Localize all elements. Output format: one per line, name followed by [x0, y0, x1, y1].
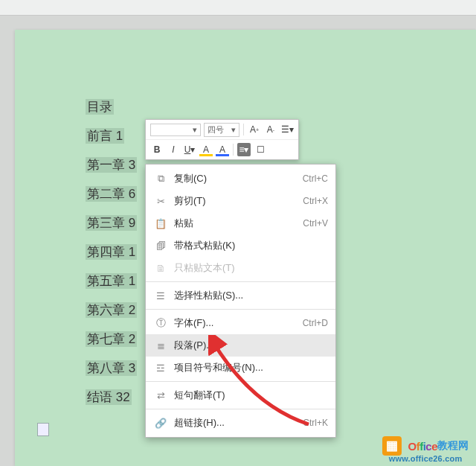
align-icon[interactable]: ≡▾ — [237, 143, 251, 156]
menu-bullets[interactable]: ☲ 项目符号和编号(N)... — [146, 357, 335, 379]
toc-line: 第六章 2 — [86, 302, 137, 318]
menu-separator — [146, 309, 335, 310]
increase-font-icon[interactable]: A+ — [248, 123, 261, 136]
menu-separator — [146, 409, 335, 409]
paragraph-icon: ≣ — [153, 338, 168, 353]
highlight-color-icon[interactable]: A — [199, 143, 213, 156]
toc-line: 第五章 1 — [86, 273, 137, 289]
font-family-dropdown[interactable]: ▾ — [150, 124, 201, 136]
menu-paste[interactable]: 📋 粘贴 Ctrl+V — [146, 212, 335, 234]
context-menu: ⧉ 复制(C) Ctrl+C ✂ 剪切(T) Ctrl+X 📋 粘贴 Ctrl+… — [145, 164, 336, 438]
menu-translate[interactable]: ⇄ 短句翻译(T) — [146, 384, 335, 406]
decrease-font-icon[interactable]: A- — [264, 123, 277, 136]
menu-separator — [146, 281, 335, 282]
menu-paste-format[interactable]: 🗐 带格式粘贴(K) — [146, 234, 335, 257]
toc-line: 前言 1 — [86, 128, 124, 144]
page-indicator-icon — [37, 423, 49, 436]
translate-icon: ⇄ — [153, 388, 168, 403]
toc-line: 第一章 3 — [86, 157, 137, 173]
font-icon: Ⓣ — [153, 316, 168, 331]
hyperlink-icon: 🔗 — [153, 415, 168, 430]
watermark: ▦ Office教程网 www.office26.com — [382, 436, 469, 463]
menu-copy[interactable]: ⧉ 复制(C) Ctrl+C — [146, 167, 335, 190]
watermark-url: www.office26.com — [382, 454, 469, 463]
line-spacing-icon[interactable]: ☰▾ — [280, 123, 294, 136]
menu-paste-special[interactable]: ☰ 选择性粘贴(S)... — [146, 284, 335, 307]
italic-icon[interactable]: I — [167, 143, 180, 156]
watermark-logo-icon: ▦ — [382, 436, 402, 456]
menu-paste-text[interactable]: 🗎 只粘贴文本(T) — [146, 257, 335, 279]
mini-toolbar: ▾ 四号▾ A+ A- ☰▾ B I U▾ A A ≡▾ ☐ — [145, 119, 299, 160]
font-color-icon[interactable]: A — [216, 143, 229, 156]
toc-line: 第七章 2 — [86, 331, 137, 347]
paste-special-icon: ☰ — [153, 288, 168, 303]
menu-cut[interactable]: ✂ 剪切(T) Ctrl+X — [146, 190, 335, 212]
toc-line: 第四章 1 — [86, 244, 137, 260]
bullets-icon: ☲ — [153, 360, 168, 375]
paste-text-icon: 🗎 — [153, 261, 168, 275]
toc-title: 目录 — [86, 99, 114, 115]
menu-font[interactable]: Ⓣ 字体(F)... Ctrl+D — [146, 312, 335, 334]
font-size-dropdown[interactable]: 四号▾ — [204, 123, 239, 137]
menu-hyperlink[interactable]: 🔗 超链接(H)... Ctrl+K — [146, 412, 335, 434]
menu-separator — [146, 381, 335, 382]
paste-format-icon: 🗐 — [153, 238, 168, 253]
bold-icon[interactable]: B — [150, 143, 164, 156]
ruler-bar — [0, 0, 476, 16]
paste-icon: 📋 — [153, 216, 168, 231]
underline-icon[interactable]: U▾ — [183, 143, 196, 156]
toc-line: 第二章 6 — [86, 186, 137, 202]
copy-icon: ⧉ — [153, 171, 168, 186]
toc-line: 结语 32 — [86, 389, 132, 405]
indent-icon[interactable]: ☐ — [254, 143, 267, 156]
toc-line: 第三章 9 — [86, 215, 137, 231]
cut-icon: ✂ — [153, 194, 168, 208]
toc-line: 第八章 3 — [86, 360, 137, 376]
menu-paragraph[interactable]: ≣ 段落(P)... — [146, 334, 335, 357]
